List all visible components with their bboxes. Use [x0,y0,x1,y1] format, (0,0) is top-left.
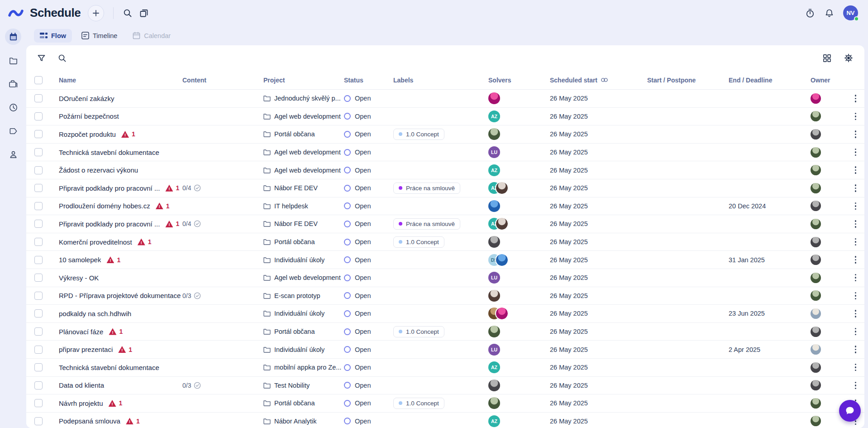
avatar-photo-gray[interactable] [811,327,821,337]
avatar-photo-gray[interactable] [811,380,821,390]
avatar-photo-green[interactable] [811,273,821,283]
row-checkbox[interactable] [34,399,43,407]
table-row[interactable]: Technická stavební dokumentacemobilní ap… [26,359,864,377]
avatar-az[interactable]: AZ [488,164,500,176]
status-cell[interactable]: Open [344,149,393,156]
label-chip[interactable]: 1.0 Concept [393,236,444,248]
task-name-link[interactable]: Prodloužení domény hobes.cz [59,202,150,210]
project-cell[interactable]: Portál občana [263,328,344,335]
table-row[interactable]: Připravit podklady pro pracovní ...!10/4… [26,215,864,233]
search-icon[interactable] [123,8,133,18]
avatar-photo-gray[interactable] [488,380,500,391]
project-cell[interactable]: Nábor Analytik [263,418,344,425]
table-row[interactable]: Návrh projektu!1Portál občanaOpen1.0 Con… [26,394,864,413]
scheduled-start-cell[interactable]: 26 May 2025 [550,149,647,156]
project-cell[interactable]: Nábor FE DEV [263,184,344,192]
avatar-photo-green[interactable] [811,290,821,301]
row-menu-kebab-icon[interactable] [850,272,862,284]
avatar-az[interactable]: AZ [488,111,500,122]
scheduled-start-cell[interactable]: 26 May 2025 [550,238,647,245]
scheduled-start-cell[interactable]: 26 May 2025 [550,364,647,371]
row-menu-kebab-icon[interactable] [850,182,862,194]
task-name-link[interactable]: RPD - Příprava projektové dokumentace [59,292,181,299]
status-cell[interactable]: Open [344,418,393,425]
status-cell[interactable]: Open [344,346,393,353]
scheduled-start-cell[interactable]: 26 May 2025 [550,130,647,138]
row-menu-kebab-icon[interactable] [850,236,862,248]
task-name-link[interactable]: podkaldy na sch.hdhwih [59,310,131,317]
row-menu-kebab-icon[interactable] [850,290,862,302]
table-row[interactable]: 10 samolepek!1Individuální úkolyOpenDS26… [26,251,864,269]
row-checkbox[interactable] [34,417,43,425]
avatar-photo-green[interactable] [811,147,821,158]
scheduled-start-cell[interactable]: 26 May 2025 [550,256,647,264]
end-deadline-cell[interactable]: 23 Jun 2025 [729,310,811,317]
task-name-link[interactable]: Výkresy - OK [59,274,99,282]
sidebar-item-briefcase[interactable] [5,76,21,92]
table-row[interactable]: Připravit podklady pro pracovní ...!10/4… [26,179,864,197]
project-cell[interactable]: E-scan prototyp [263,292,344,299]
project-cell[interactable]: Agel web development [263,113,344,120]
row-checkbox[interactable] [34,184,43,192]
row-checkbox[interactable] [34,238,43,246]
avatar-photo-gray[interactable] [488,236,500,248]
avatar-photo-green[interactable] [811,183,821,193]
table-row[interactable]: DOručení zakázkyJednoduchý skvělý p...Op… [26,90,864,108]
column-header-owner[interactable]: Owner [811,77,847,84]
row-checkbox[interactable] [34,112,43,120]
end-deadline-cell[interactable]: 20 Dec 2024 [729,202,811,210]
scheduled-start-cell[interactable]: 26 May 2025 [550,184,647,192]
grid-view-icon[interactable] [822,53,832,63]
status-cell[interactable]: Open [344,238,393,245]
timer-icon[interactable] [805,8,815,18]
sidebar-item-time[interactable] [5,99,21,115]
label-chip[interactable]: 1.0 Concept [393,326,444,337]
row-checkbox[interactable] [34,256,43,264]
scheduled-start-cell[interactable]: 26 May 2025 [550,292,647,299]
row-menu-kebab-icon[interactable] [850,308,862,319]
table-row[interactable]: připrav prezentaci!1Individuální úkolyOp… [26,341,864,359]
avatar-photo-gray[interactable] [811,362,821,373]
avatar-photo-green[interactable] [811,219,821,229]
status-cell[interactable]: Open [344,220,393,227]
project-cell[interactable]: Agel web development [263,274,344,281]
table-row[interactable]: RPD - Příprava projektové dokumentace0/3… [26,287,864,305]
column-header-scheduled-start[interactable]: Scheduled start [550,77,647,84]
project-cell[interactable]: Portál občana [263,399,344,407]
label-chip[interactable]: Práce na smlouvě [393,183,460,194]
project-cell[interactable]: Agel web development [263,167,344,174]
status-cell[interactable]: Open [344,328,393,335]
select-all-checkbox[interactable] [34,76,43,84]
row-checkbox[interactable] [34,346,43,354]
table-row[interactable]: Podepsaná smlouva!1Nábor AnalytikOpenAZ2… [26,413,864,428]
task-name-link[interactable]: DOručení zakázky [59,95,114,102]
scheduled-start-cell[interactable]: 26 May 2025 [550,328,647,335]
avatar-photo-gray[interactable] [811,129,821,139]
status-cell[interactable]: Open [344,95,393,102]
scheduled-start-cell[interactable]: 26 May 2025 [550,346,647,353]
label-chip[interactable]: 1.0 Concept [393,398,444,409]
status-cell[interactable]: Open [344,274,393,281]
scheduled-start-cell[interactable]: 26 May 2025 [550,167,647,174]
column-header-solvers[interactable]: Solvers [488,77,550,84]
avatar-photo-gray[interactable] [811,237,821,247]
sidebar-item-people[interactable] [5,146,21,163]
table-row[interactable]: podkaldy na sch.hdhwihIndividuální úkoly… [26,305,864,323]
column-header-content[interactable]: Content [182,77,263,84]
table-row[interactable]: Rozpočet produktu!1Portál občanaOpen1.0 … [26,125,864,144]
row-menu-kebab-icon[interactable] [850,361,862,373]
row-menu-kebab-icon[interactable] [850,254,862,266]
row-checkbox[interactable] [34,381,43,390]
avatar-lu[interactable]: LU [488,272,500,284]
status-cell[interactable]: Open [344,256,393,264]
task-name-link[interactable]: Rozpočet produktu [59,130,116,138]
status-cell[interactable]: Open [344,113,393,120]
sidebar-item-projects-folder[interactable] [5,52,21,68]
avatar-photo-woman-blue[interactable] [488,200,500,212]
scheduled-start-cell[interactable]: 26 May 2025 [550,113,647,120]
row-menu-kebab-icon[interactable] [850,164,862,176]
project-cell[interactable]: mobilní appka pro Ze... [263,364,344,371]
scheduled-start-cell[interactable]: 26 May 2025 [550,382,647,389]
status-cell[interactable]: Open [344,364,393,371]
status-cell[interactable]: Open [344,310,393,317]
